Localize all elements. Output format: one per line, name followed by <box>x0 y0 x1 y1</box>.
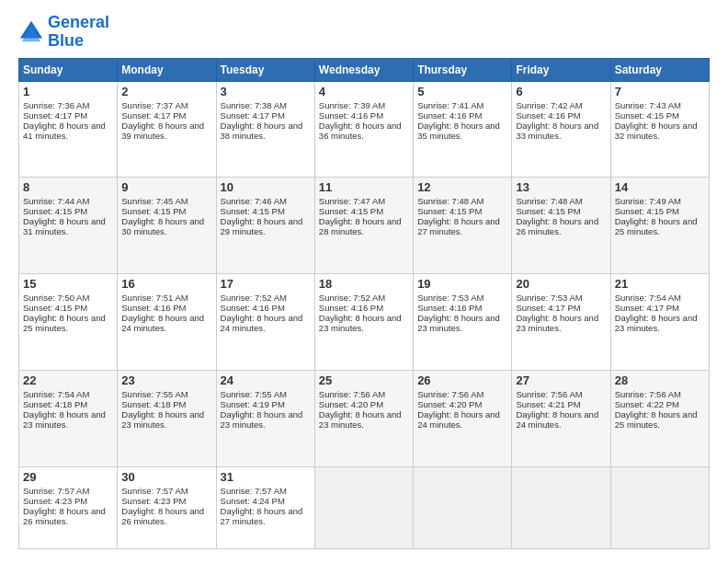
sunrise-label: Sunrise: 7:41 AM <box>417 100 483 110</box>
sunset-label: Sunset: 4:17 PM <box>23 110 87 121</box>
sunset-label: Sunset: 4:15 PM <box>417 206 482 216</box>
sunrise-label: Sunrise: 7:56 AM <box>319 389 385 399</box>
day-number: 29 <box>23 470 113 484</box>
daylight-label: Daylight: 8 hours and 23 minutes. <box>221 409 303 430</box>
day-number: 4 <box>319 85 409 98</box>
sunset-label: Sunset: 4:15 PM <box>615 206 679 216</box>
calendar-cell: 28Sunrise: 7:56 AMSunset: 4:22 PMDayligh… <box>610 370 709 466</box>
daylight-label: Daylight: 8 hours and 25 minutes. <box>615 409 698 430</box>
sunrise-label: Sunrise: 7:50 AM <box>23 293 89 303</box>
sunrise-label: Sunrise: 7:52 AM <box>221 293 287 303</box>
day-number: 1 <box>23 85 113 98</box>
daylight-label: Daylight: 8 hours and 30 minutes. <box>121 216 204 236</box>
sunset-label: Sunset: 4:16 PM <box>121 303 186 313</box>
daylight-label: Daylight: 8 hours and 24 minutes. <box>221 313 303 333</box>
daylight-label: Daylight: 8 hours and 24 minutes. <box>417 409 500 430</box>
calendar-cell: 18Sunrise: 7:52 AMSunset: 4:16 PMDayligh… <box>314 274 413 371</box>
sunrise-label: Sunrise: 7:36 AM <box>23 100 89 110</box>
sunrise-label: Sunrise: 7:37 AM <box>121 100 188 110</box>
calendar-cell: 21Sunrise: 7:54 AMSunset: 4:17 PMDayligh… <box>610 274 709 371</box>
daylight-label: Daylight: 8 hours and 23 minutes. <box>516 313 598 333</box>
col-header-saturday: Saturday <box>610 58 709 81</box>
day-number: 23 <box>121 373 211 387</box>
daylight-label: Daylight: 8 hours and 25 minutes. <box>615 216 698 236</box>
day-number: 6 <box>516 85 606 98</box>
sunrise-label: Sunrise: 7:56 AM <box>417 389 483 399</box>
day-number: 22 <box>23 373 113 387</box>
sunrise-label: Sunrise: 7:38 AM <box>221 100 287 110</box>
logo-text: General Blue <box>48 14 109 51</box>
daylight-label: Daylight: 8 hours and 23 minutes. <box>23 409 106 430</box>
sunset-label: Sunset: 4:16 PM <box>319 303 383 313</box>
page: General Blue SundayMondayTuesdayWednesda… <box>0 0 728 563</box>
sunset-label: Sunset: 4:22 PM <box>615 399 679 409</box>
day-number: 31 <box>221 470 311 484</box>
calendar-cell: 31Sunrise: 7:57 AMSunset: 4:24 PMDayligh… <box>216 466 314 548</box>
daylight-label: Daylight: 8 hours and 26 minutes. <box>516 216 598 236</box>
calendar-cell: 14Sunrise: 7:49 AMSunset: 4:15 PMDayligh… <box>610 178 709 274</box>
sunset-label: Sunset: 4:18 PM <box>121 399 186 409</box>
calendar-cell: 19Sunrise: 7:53 AMSunset: 4:16 PMDayligh… <box>414 274 512 371</box>
daylight-label: Daylight: 8 hours and 23 minutes. <box>319 409 402 430</box>
day-number: 26 <box>417 373 507 387</box>
col-header-friday: Friday <box>512 58 610 81</box>
daylight-label: Daylight: 8 hours and 26 minutes. <box>23 506 106 526</box>
sunrise-label: Sunrise: 7:39 AM <box>319 100 385 110</box>
col-header-thursday: Thursday <box>414 58 512 81</box>
sunrise-label: Sunrise: 7:57 AM <box>23 486 89 496</box>
daylight-label: Daylight: 8 hours and 23 minutes. <box>417 313 500 333</box>
calendar-cell: 16Sunrise: 7:51 AMSunset: 4:16 PMDayligh… <box>118 274 216 371</box>
sunset-label: Sunset: 4:16 PM <box>516 110 580 121</box>
header: General Blue <box>18 14 710 51</box>
day-number: 8 <box>23 180 113 194</box>
calendar-cell: 12Sunrise: 7:48 AMSunset: 4:15 PMDayligh… <box>414 178 512 274</box>
daylight-label: Daylight: 8 hours and 41 minutes. <box>23 121 106 141</box>
calendar-cell: 29Sunrise: 7:57 AMSunset: 4:23 PMDayligh… <box>19 466 118 548</box>
calendar-cell: 26Sunrise: 7:56 AMSunset: 4:20 PMDayligh… <box>414 370 512 466</box>
sunset-label: Sunset: 4:16 PM <box>221 303 285 313</box>
sunset-label: Sunset: 4:17 PM <box>516 303 580 313</box>
sunset-label: Sunset: 4:18 PM <box>23 399 87 409</box>
sunrise-label: Sunrise: 7:42 AM <box>516 100 582 110</box>
sunset-label: Sunset: 4:21 PM <box>516 399 580 409</box>
sunset-label: Sunset: 4:16 PM <box>417 110 482 121</box>
sunrise-label: Sunrise: 7:54 AM <box>615 293 681 303</box>
sunset-label: Sunset: 4:17 PM <box>221 110 285 121</box>
calendar-cell: 17Sunrise: 7:52 AMSunset: 4:16 PMDayligh… <box>216 274 314 371</box>
sunset-label: Sunset: 4:15 PM <box>23 303 87 313</box>
daylight-label: Daylight: 8 hours and 33 minutes. <box>516 121 598 141</box>
calendar-cell: 7Sunrise: 7:43 AMSunset: 4:15 PMDaylight… <box>610 81 709 178</box>
daylight-label: Daylight: 8 hours and 27 minutes. <box>417 216 500 236</box>
logo-icon <box>18 19 44 45</box>
day-number: 20 <box>516 277 606 291</box>
calendar-cell: 5Sunrise: 7:41 AMSunset: 4:16 PMDaylight… <box>414 81 512 178</box>
calendar-cell <box>414 466 512 548</box>
daylight-label: Daylight: 8 hours and 31 minutes. <box>23 216 106 236</box>
day-number: 11 <box>319 180 409 194</box>
sunrise-label: Sunrise: 7:52 AM <box>319 293 385 303</box>
day-number: 18 <box>319 277 409 291</box>
sunset-label: Sunset: 4:20 PM <box>417 399 482 409</box>
calendar-cell: 27Sunrise: 7:56 AMSunset: 4:21 PMDayligh… <box>512 370 610 466</box>
sunset-label: Sunset: 4:15 PM <box>319 206 383 216</box>
sunrise-label: Sunrise: 7:55 AM <box>221 389 287 399</box>
sunset-label: Sunset: 4:23 PM <box>121 496 186 506</box>
calendar-cell: 9Sunrise: 7:45 AMSunset: 4:15 PMDaylight… <box>118 178 216 274</box>
daylight-label: Daylight: 8 hours and 32 minutes. <box>615 121 698 141</box>
day-number: 25 <box>319 373 409 387</box>
daylight-label: Daylight: 8 hours and 24 minutes. <box>516 409 598 430</box>
sunrise-label: Sunrise: 7:55 AM <box>121 389 188 399</box>
sunset-label: Sunset: 4:17 PM <box>121 110 186 121</box>
daylight-label: Daylight: 8 hours and 38 minutes. <box>221 121 303 141</box>
sunrise-label: Sunrise: 7:43 AM <box>615 100 681 110</box>
logo: General Blue <box>18 14 109 51</box>
daylight-label: Daylight: 8 hours and 23 minutes. <box>615 313 698 333</box>
sunrise-label: Sunrise: 7:44 AM <box>23 196 89 206</box>
sunrise-label: Sunrise: 7:49 AM <box>615 196 681 206</box>
daylight-label: Daylight: 8 hours and 23 minutes. <box>121 409 204 430</box>
calendar-table: SundayMondayTuesdayWednesdayThursdayFrid… <box>18 58 710 549</box>
sunrise-label: Sunrise: 7:46 AM <box>221 196 287 206</box>
sunrise-label: Sunrise: 7:53 AM <box>516 293 582 303</box>
sunset-label: Sunset: 4:24 PM <box>221 496 285 506</box>
day-number: 15 <box>23 277 113 291</box>
